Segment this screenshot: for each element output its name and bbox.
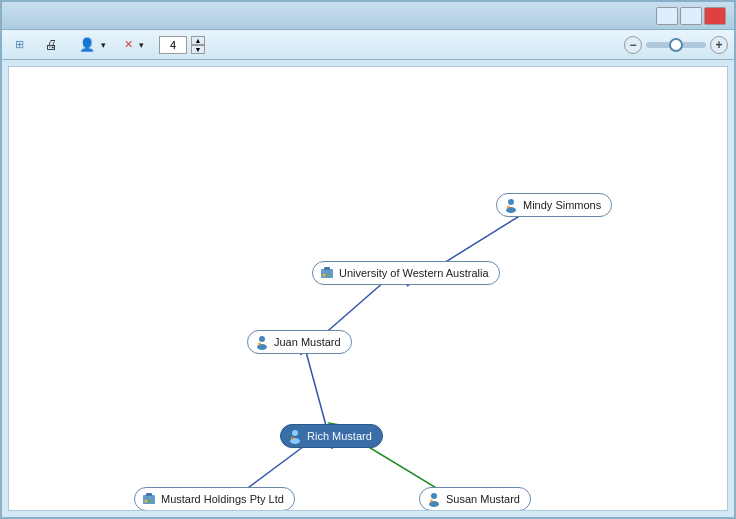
node-icon-juan (254, 334, 270, 350)
node-label-rich: Rich Mustard (307, 430, 372, 442)
node-mindy[interactable]: Mindy Simmons (496, 193, 612, 217)
node-icon-susan (426, 491, 442, 507)
svg-point-15 (292, 430, 298, 436)
node-mustard_holdings[interactable]: Mustard Holdings Pty Ltd (134, 487, 295, 511)
svg-point-7 (507, 206, 510, 209)
add-contact-button[interactable]: 👤 (72, 34, 113, 55)
zoom-slider-thumb[interactable] (669, 38, 683, 52)
node-label-juan: Juan Mustard (274, 336, 341, 348)
main-window: 🖨 👤 ▲ ▼ − + (0, 0, 736, 519)
toolbar-right: − + (620, 36, 728, 54)
svg-rect-9 (324, 267, 330, 270)
spin-down-button[interactable]: ▼ (191, 45, 205, 54)
depth-input[interactable] (159, 36, 187, 54)
spin-up-button[interactable]: ▲ (191, 36, 205, 45)
zoom-out-button[interactable]: − (624, 36, 642, 54)
svg-rect-19 (146, 493, 152, 496)
zoom-slider-track (646, 42, 706, 48)
node-rich[interactable]: Rich Mustard (280, 424, 383, 448)
svg-point-10 (323, 274, 326, 277)
node-icon-uwa (319, 265, 335, 281)
remove-button[interactable] (117, 35, 151, 54)
svg-point-24 (430, 500, 433, 503)
svg-point-20 (145, 500, 148, 503)
zoom-in-button[interactable]: + (710, 36, 728, 54)
remove-icon (124, 38, 133, 51)
minimize-button[interactable] (656, 7, 678, 25)
title-buttons (656, 7, 726, 25)
restore-button[interactable] (680, 7, 702, 25)
add-contact-icon: 👤 (79, 37, 95, 52)
svg-point-21 (148, 500, 151, 503)
print-icon: 🖨 (45, 37, 58, 52)
svg-point-22 (431, 493, 437, 499)
canvas-area: Mindy Simmons University of Western Aust… (8, 66, 728, 511)
node-susan[interactable]: Susan Mustard (419, 487, 531, 511)
node-label-susan: Susan Mustard (446, 493, 520, 505)
svg-point-14 (258, 343, 261, 346)
arrange-button[interactable] (8, 35, 34, 54)
svg-point-17 (291, 437, 294, 440)
toolbar: 🖨 👤 ▲ ▼ − + (2, 30, 734, 60)
node-juan[interactable]: Juan Mustard (247, 330, 352, 354)
node-uwa[interactable]: University of Western Australia (312, 261, 500, 285)
title-bar (2, 2, 734, 30)
svg-point-11 (326, 274, 329, 277)
print-button[interactable]: 🖨 (38, 34, 68, 55)
node-label-mustard_holdings: Mustard Holdings Pty Ltd (161, 493, 284, 505)
node-icon-mustard_holdings (141, 491, 157, 507)
depth-spinner: ▲ ▼ (191, 36, 205, 54)
node-icon-mindy (503, 197, 519, 213)
node-label-uwa: University of Western Australia (339, 267, 489, 279)
svg-point-5 (508, 199, 514, 205)
close-button[interactable] (704, 7, 726, 25)
node-icon-rich (287, 428, 303, 444)
arrange-icon (15, 38, 24, 51)
node-label-mindy: Mindy Simmons (523, 199, 601, 211)
svg-point-12 (259, 336, 265, 342)
